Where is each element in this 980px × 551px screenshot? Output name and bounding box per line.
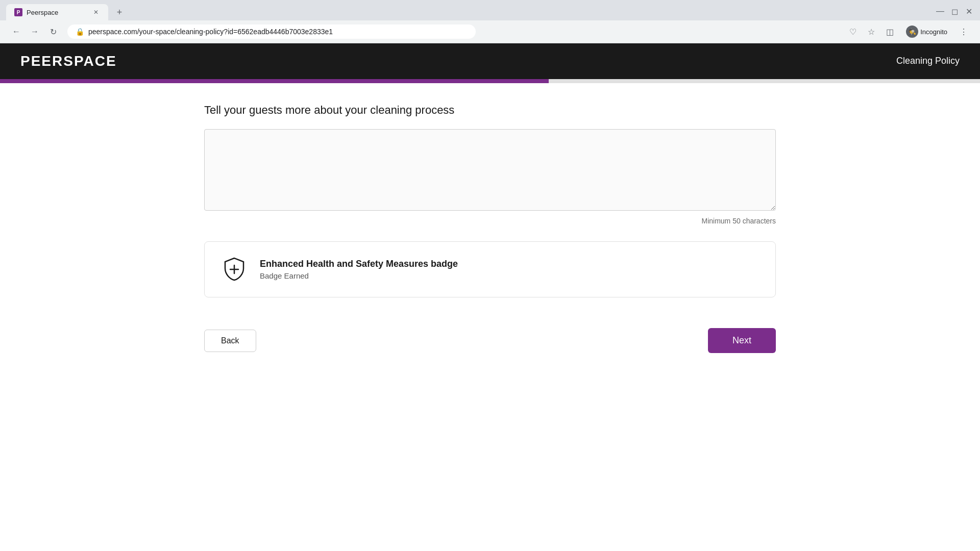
lock-icon: 🔒 [76,28,84,36]
back-nav-button[interactable]: ← [8,23,24,40]
header-nav-label: Cleaning Policy [896,55,960,67]
incognito-avatar: 🕵 [906,26,918,38]
badge-card: Enhanced Health and Safety Measures badg… [204,241,776,297]
next-button[interactable]: Next [708,328,776,353]
window-controls: — ◻ ✕ [935,6,974,18]
restore-button[interactable]: ◻ [949,6,960,16]
incognito-button[interactable]: 🕵 Incognito [900,23,953,40]
reload-button[interactable]: ↻ [45,23,61,40]
incognito-label: Incognito [920,28,947,36]
badge-subtitle: Badge Earned [260,271,458,280]
logo[interactable]: PEERSPACE [20,53,117,69]
badge-title: Enhanced Health and Safety Measures badg… [260,259,458,269]
section-title: Tell your guests more about your cleanin… [204,104,776,117]
star-icon[interactable]: ☆ [863,23,879,40]
back-button[interactable]: Back [204,330,256,352]
extensions-icon[interactable]: ◫ [881,23,898,40]
nav-actions: Back Next [204,328,776,353]
profile-icon[interactable]: ♡ [845,23,861,40]
browser-chrome: P Peerspace ✕ + — ◻ ✕ ← → ↻ 🔒 peerspace.… [0,0,980,43]
cleaning-process-textarea[interactable] [204,129,776,211]
nav-buttons: ← → ↻ [8,23,61,40]
forward-nav-button[interactable]: → [27,23,43,40]
url-text: peerspace.com/your-space/cleaning-policy… [88,28,333,36]
textarea-container [204,129,776,213]
toolbar-icons: ♡ ☆ ◫ 🕵 Incognito ⋮ [845,23,972,40]
browser-title-bar: P Peerspace ✕ + — ◻ ✕ [0,0,980,20]
main-content: Tell your guests more about your cleanin… [184,83,796,384]
tab-title: Peerspace [27,9,58,16]
new-tab-button[interactable]: + [112,5,127,19]
badge-info: Enhanced Health and Safety Measures badg… [260,259,458,280]
close-button[interactable]: ✕ [964,6,974,16]
address-bar[interactable]: 🔒 peerspace.com/your-space/cleaning-poli… [67,24,476,39]
tab-favicon: P [14,8,22,16]
progress-bar-container [0,79,980,83]
browser-tab[interactable]: P Peerspace ✕ [6,4,108,20]
minimize-button[interactable]: — [935,6,945,16]
tab-close-button[interactable]: ✕ [92,8,100,16]
app-header: PEERSPACE Cleaning Policy [0,43,980,79]
browser-address-bar: ← → ↻ 🔒 peerspace.com/your-space/cleanin… [0,20,980,43]
menu-button[interactable]: ⋮ [955,23,972,40]
progress-bar-fill [0,79,549,83]
char-hint: Minimum 50 characters [204,217,776,225]
shield-plus-icon [221,256,248,283]
